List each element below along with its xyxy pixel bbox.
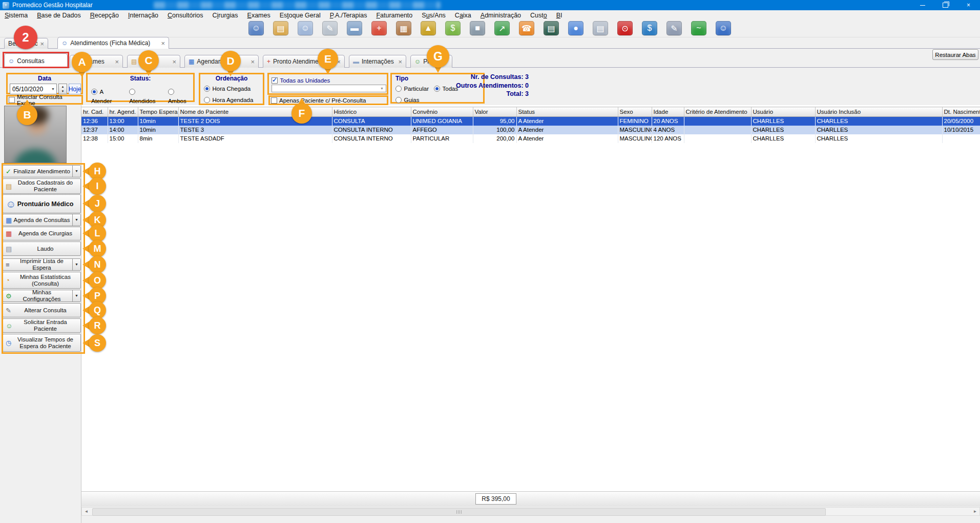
- vitals-book-icon[interactable]: ~: [691, 21, 706, 35]
- power-icon[interactable]: ⊙: [617, 21, 633, 35]
- tab-close-icon[interactable]: ×: [398, 58, 402, 66]
- close-button[interactable]: ×: [957, 0, 980, 10]
- patient-folder-icon[interactable]: ▤: [273, 21, 288, 35]
- solicitar-entrada-paciente-button[interactable]: ☺Solicitar Entrada Paciente: [3, 318, 81, 333]
- menu-exames[interactable]: Exames: [243, 11, 275, 20]
- status-option-a-atender[interactable]: A Atender: [91, 87, 123, 105]
- column-header-valor[interactable]: Valor: [473, 107, 516, 117]
- menu-consult-rios[interactable]: Consultórios: [163, 11, 207, 20]
- all-units-row[interactable]: Todas as Unidades: [269, 74, 387, 85]
- table-row[interactable]: 12:3815:008minTESTE ASDADFCONSULTA INTER…: [81, 134, 980, 143]
- restore-button[interactable]: [934, 0, 957, 10]
- sort-option-hora-agendada[interactable]: Hora Agendada: [200, 93, 263, 104]
- column-header-hist-rico[interactable]: Histórico: [332, 107, 411, 117]
- hospital-bed-icon[interactable]: ▬: [347, 21, 362, 35]
- patient-log-book-icon[interactable]: ☺: [716, 21, 731, 35]
- today-button[interactable]: Hoje: [69, 84, 81, 94]
- menu-base-de-dados[interactable]: Base de Dados: [32, 11, 85, 20]
- merge-consult-exam-checkbox[interactable]: [9, 97, 15, 103]
- tab-close-icon[interactable]: ×: [251, 58, 255, 66]
- menu-interna-o[interactable]: Internação: [123, 11, 163, 20]
- alterar-consulta-button[interactable]: ✎Alterar Consulta: [3, 303, 81, 317]
- column-header-dt-nascimento[interactable]: Dt. Nascimento: [942, 107, 980, 117]
- menu-estoque-geral[interactable]: Estoque Geral: [275, 11, 325, 20]
- badge-label: C: [138, 50, 159, 71]
- dados-cadastrais-do-paciente-button[interactable]: ▤Dados Cadastrais do Paciente: [3, 178, 81, 194]
- column-header-conv-nio[interactable]: Convênio: [411, 107, 473, 117]
- sort-option-hora-chegada[interactable]: Hora Chegada: [200, 82, 263, 93]
- patients-group-icon[interactable]: ☺: [248, 21, 264, 35]
- column-header-crit-rio-de-atendimento[interactable]: Critério de Atendimento: [684, 107, 751, 117]
- menu-faturamento[interactable]: Faturamento: [371, 11, 417, 20]
- menu-custo[interactable]: Custo: [526, 11, 552, 20]
- column-header-usu-rio-inclus-o[interactable]: Usuário Inclusão: [815, 107, 942, 117]
- agenda-de-cirurgias-button[interactable]: ▦Agenda de Cirurgias: [3, 227, 81, 240]
- doc-tab-atendimentos-ficha-m-dica[interactable]: ☺Atendimentos (Ficha Médica)×: [57, 37, 169, 49]
- scroll-right-icon[interactable]: ►: [971, 508, 979, 515]
- safe-icon[interactable]: ■: [470, 21, 485, 35]
- date-input[interactable]: 05/10/2020 ▼: [10, 84, 57, 94]
- minhas-estat-sticas-consulta-button[interactable]: ◔Minhas Estatísticas (Consulta): [3, 272, 81, 289]
- column-header-status[interactable]: Status: [516, 107, 618, 117]
- dropdown-arrow-icon[interactable]: ▼: [72, 166, 80, 177]
- doctor-icon[interactable]: ☺: [298, 21, 313, 35]
- column-header-usu-rio[interactable]: Usuário: [751, 107, 815, 117]
- menu-recep-o[interactable]: Recepção: [86, 11, 123, 20]
- minhas-configura-es-button[interactable]: ⚙Minhas Configurações▼: [3, 290, 81, 302]
- prontu-rio-m-dico-button[interactable]: ☺Prontuário Médico: [3, 194, 81, 213]
- pre-consult-checkbox[interactable]: [271, 97, 277, 104]
- dropdown-arrow-icon[interactable]: ▼: [72, 290, 80, 301]
- ledger-book-icon[interactable]: ▤: [544, 21, 559, 35]
- column-header-hr-agend[interactable]: hr. Agend.: [108, 107, 138, 117]
- menu-administra-o[interactable]: Administração: [476, 11, 526, 20]
- medical-record-icon[interactable]: ✎: [322, 21, 338, 35]
- finance-chart-icon[interactable]: ↗: [494, 21, 510, 35]
- imprimir-lista-de-espera-button[interactable]: ≡Imprimir Lista de Espera▼: [3, 258, 81, 271]
- finalizar-atendimento-button[interactable]: ✓Finalizar Atendimento▼: [3, 165, 81, 177]
- sub-tab-consultas[interactable]: ☺Consultas: [4, 53, 68, 68]
- report-icon[interactable]: ▤: [593, 21, 608, 35]
- revenue-up-icon[interactable]: ▲: [421, 21, 436, 35]
- sub-tab-interna-es[interactable]: ▬Internações×: [349, 55, 406, 68]
- menu-bi[interactable]: BI: [552, 11, 567, 20]
- table-row[interactable]: 12:3714:0010minTESTE 3CONSULTA INTERNOAF…: [81, 126, 980, 134]
- date-dropdown-icon[interactable]: ▼: [51, 87, 55, 91]
- scrollbar-thumb[interactable]: [92, 508, 826, 516]
- dropdown-arrow-icon[interactable]: ▼: [72, 259, 80, 270]
- status-option-atendidos[interactable]: Atendidos: [129, 87, 162, 105]
- column-header-sexo[interactable]: Sexo: [618, 107, 652, 117]
- visualizar-tempos-de-espera-do-paciente-button[interactable]: ◷Visualizar Tempos de Espera do Paciente: [3, 334, 81, 352]
- dropdown-arrow-icon[interactable]: ▼: [72, 214, 80, 226]
- units-combo[interactable]: ▼: [272, 85, 386, 92]
- chat-bubble-icon[interactable]: ●: [568, 21, 583, 35]
- tab-close-icon[interactable]: ×: [172, 58, 176, 66]
- column-header-idade[interactable]: Idade: [652, 107, 684, 117]
- annotation-badge-g: G: [427, 45, 449, 68]
- cash-stack-icon[interactable]: $: [445, 21, 461, 35]
- column-header-tempo-espera[interactable]: Tempo Espera: [138, 107, 178, 117]
- billing-calculator-icon[interactable]: $: [642, 21, 657, 35]
- phone-directory-icon[interactable]: ☎: [519, 21, 534, 35]
- minimize-button[interactable]: [911, 0, 934, 10]
- tab-close-icon[interactable]: ×: [40, 40, 44, 48]
- all-units-checkbox[interactable]: [272, 77, 278, 84]
- badge-label: A: [72, 52, 92, 72]
- menu-cirurgias[interactable]: Cirurgias: [208, 11, 243, 20]
- ambulance-icon[interactable]: +: [371, 21, 387, 35]
- scroll-left-icon[interactable]: ◄: [82, 508, 91, 515]
- menu-sistema[interactable]: Sistema: [0, 11, 32, 20]
- horizontal-scrollbar[interactable]: ◄ ►: [81, 507, 980, 516]
- agenda-de-consultas-button[interactable]: ▦Agenda de Consultas▼: [3, 214, 81, 226]
- tab-close-icon[interactable]: ×: [115, 58, 119, 66]
- pharmacy-supplies-icon[interactable]: ▦: [396, 21, 411, 35]
- menu-p-a-terapias[interactable]: P.A./Terapias: [325, 11, 372, 20]
- laudo-button[interactable]: ▤Laudo: [3, 242, 81, 256]
- status-option-ambos[interactable]: Ambos: [168, 87, 193, 105]
- contract-pen-icon[interactable]: ✎: [666, 21, 682, 35]
- date-spinner[interactable]: ▲▼: [58, 84, 67, 94]
- table-row[interactable]: 12:3613:0010minTESTE 2 DOISCONSULTAUNIME…: [81, 117, 980, 126]
- column-header-hr-cad[interactable]: hr. Cad.: [81, 107, 108, 117]
- menu-caixa[interactable]: Caixa: [450, 11, 476, 20]
- tab-close-icon[interactable]: ×: [161, 39, 165, 47]
- menu-sus-ans[interactable]: Sus/Ans: [417, 11, 450, 20]
